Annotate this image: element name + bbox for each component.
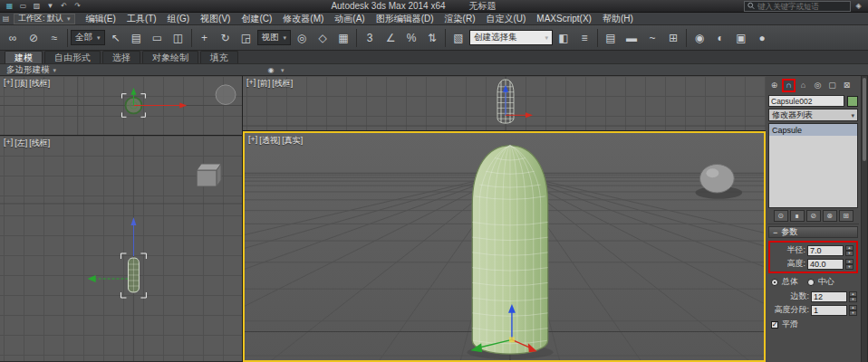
edit-named-selection-sets-icon[interactable]: ▧ xyxy=(448,28,468,48)
mirror-icon[interactable]: ◧ xyxy=(554,28,574,48)
object-name-field[interactable] xyxy=(768,95,844,107)
save-file-icon[interactable]: ▼ xyxy=(44,1,56,12)
panel-scrollbar-thumb[interactable] xyxy=(863,78,866,161)
menu-group[interactable]: 组(G) xyxy=(162,13,195,25)
menu-rendering[interactable]: 渲染(R) xyxy=(439,13,481,25)
radius-spinner[interactable]: ▴▾ xyxy=(845,245,854,256)
ribbon-tab-object-paint[interactable]: 对象绘制 xyxy=(142,51,198,63)
overall-radio[interactable] xyxy=(771,279,778,286)
viewport-top[interactable]: [+] [顶] [线框] xyxy=(0,76,242,136)
modifier-stack-list[interactable]: Capsule xyxy=(768,123,858,208)
pin-stack-button[interactable]: ⊙ xyxy=(774,210,788,222)
align-icon[interactable]: ≡ xyxy=(574,28,594,48)
select-and-rotate-icon[interactable]: ↻ xyxy=(216,28,236,48)
viewport-perspective-active[interactable]: [+] [透视] [真实] xyxy=(243,131,766,362)
material-editor-icon[interactable]: ◉ xyxy=(690,28,709,48)
sides-spinner[interactable]: ▴▾ xyxy=(849,291,857,302)
stack-item-capsule[interactable]: Capsule xyxy=(769,124,857,136)
height-spinner[interactable]: ▴▾ xyxy=(845,259,854,270)
capsule-object[interactable] xyxy=(472,146,547,354)
modify-tab-icon[interactable]: ∩ xyxy=(782,79,796,92)
menu-maxscript[interactable]: MAXScript(X) xyxy=(531,13,597,25)
viewport-view-menu[interactable]: [前] xyxy=(257,78,270,90)
open-file-icon[interactable]: ▨ xyxy=(31,1,43,12)
undo-icon[interactable]: ↶ xyxy=(58,1,70,12)
menu-graph-editors[interactable]: 图形编辑器(D) xyxy=(371,13,439,25)
layer-manager-icon[interactable]: ▤ xyxy=(601,28,621,48)
sides-field[interactable]: 12 xyxy=(811,291,847,302)
viewport-shading-menu[interactable]: [线框] xyxy=(29,138,50,149)
capsule-object-side[interactable] xyxy=(128,258,139,292)
percent-snap-toggle-icon[interactable]: % xyxy=(401,28,421,48)
viewport-menu-icon[interactable]: [+] xyxy=(4,138,13,149)
named-selection-set-combobox[interactable]: 创建选择集 ▾ xyxy=(469,30,553,45)
schematic-view-icon[interactable]: ⊞ xyxy=(663,28,683,48)
viewport-menu-icon[interactable]: [+] xyxy=(246,78,256,90)
menu-help[interactable]: 帮助(H) xyxy=(597,13,639,25)
menu-customize[interactable]: 自定义(U) xyxy=(480,13,531,25)
object-color-swatch[interactable] xyxy=(847,96,858,107)
smooth-checkbox[interactable]: ✓ xyxy=(771,321,778,329)
window-crossing-icon[interactable]: ◫ xyxy=(169,28,188,48)
curve-editor-icon[interactable]: ~ xyxy=(642,28,662,48)
viewport-shading-menu[interactable]: [线框] xyxy=(29,78,50,90)
utilities-tab-icon[interactable]: ⊠ xyxy=(840,79,854,92)
viewport-view-menu[interactable]: [透视] xyxy=(259,135,280,147)
create-tab-icon[interactable]: ⊕ xyxy=(767,79,781,92)
viewport-menu-icon[interactable]: [+] xyxy=(4,78,13,90)
selection-filter-dropdown[interactable]: 全部 ▾ xyxy=(71,30,105,45)
select-and-move-icon[interactable]: + xyxy=(195,28,215,48)
make-unique-button[interactable]: ⊘ xyxy=(806,210,821,222)
display-tab-icon[interactable]: ▢ xyxy=(825,79,839,92)
move-gizmo-front[interactable] xyxy=(503,85,533,118)
viewport-view-menu[interactable]: [左] xyxy=(14,138,27,149)
viewport-shading-menu[interactable]: [真实] xyxy=(282,135,303,147)
snap-toggle-3d-icon[interactable]: 3 xyxy=(360,28,380,48)
workspace-selector[interactable]: 工作区: 默认 ▾ xyxy=(14,14,75,24)
rectangular-selection-region-icon[interactable]: ▭ xyxy=(148,28,168,48)
ribbon-tab-selection[interactable]: 选择 xyxy=(102,51,140,63)
rendered-frame-window-icon[interactable]: ▣ xyxy=(731,28,751,48)
remove-modifier-button[interactable]: ⊗ xyxy=(823,210,837,222)
distant-gray-object[interactable] xyxy=(696,164,743,198)
centers-radio[interactable] xyxy=(807,279,815,286)
angle-snap-toggle-icon[interactable]: ∠ xyxy=(381,28,400,48)
bind-to-space-warp-icon[interactable]: ≈ xyxy=(44,28,64,48)
keyboard-shortcut-override-icon[interactable]: ▦ xyxy=(333,28,353,48)
navigation-sphere[interactable] xyxy=(216,85,236,105)
unlink-selection-icon[interactable]: ⊘ xyxy=(24,28,43,48)
axis-gizmo-top[interactable] xyxy=(130,88,187,109)
configure-modifier-sets-button[interactable]: ⊞ xyxy=(839,210,854,222)
spinner-snap-toggle-icon[interactable]: ⇅ xyxy=(422,28,442,48)
height-segs-field[interactable]: 1 xyxy=(811,305,847,316)
workspace-icon[interactable]: ▤ xyxy=(0,14,12,24)
ribbon-tab-populate[interactable]: 填充 xyxy=(200,51,238,63)
render-production-icon[interactable]: ● xyxy=(752,28,772,48)
ribbon-display-toggle-icon[interactable]: ◉ xyxy=(265,65,277,75)
select-object-icon[interactable]: ↖ xyxy=(106,28,126,48)
box-object-side[interactable] xyxy=(197,164,221,186)
menu-tools[interactable]: 工具(T) xyxy=(121,13,162,25)
show-end-result-button[interactable]: ∎ xyxy=(790,210,805,222)
infocenter-icon[interactable]: ◈ xyxy=(853,1,864,12)
menu-modifiers[interactable]: 修改器(M) xyxy=(277,13,329,25)
parameters-rollout-header[interactable]: − 参数 xyxy=(768,226,858,238)
perspective-viewport-canvas[interactable] xyxy=(245,133,764,360)
menu-create[interactable]: 创建(C) xyxy=(236,13,277,25)
menu-edit[interactable]: 编辑(E) xyxy=(81,13,121,25)
height-field[interactable]: 40.0 xyxy=(807,259,844,270)
viewport-front[interactable]: [+] [前] [线框] xyxy=(243,76,766,131)
viewport-menu-icon[interactable]: [+] xyxy=(248,135,257,147)
reference-coordinate-dropdown[interactable]: 视图 ▾ xyxy=(257,30,292,45)
motion-tab-icon[interactable]: ◎ xyxy=(811,79,825,92)
left-viewport-canvas[interactable] xyxy=(0,136,242,361)
menu-views[interactable]: 视图(V) xyxy=(195,13,236,25)
polygon-modeling-panel[interactable]: 多边形建模 xyxy=(6,64,50,76)
app-logo-icon[interactable]: ▦ xyxy=(4,1,15,12)
panel-scrollbar[interactable] xyxy=(861,76,867,362)
infocenter-search[interactable] xyxy=(744,1,851,12)
radius-field[interactable]: 7.0 xyxy=(807,245,844,256)
select-and-link-icon[interactable]: ∞ xyxy=(3,28,23,48)
select-by-name-icon[interactable]: ▤ xyxy=(127,28,147,48)
render-setup-icon[interactable]: ◐ xyxy=(710,28,730,48)
